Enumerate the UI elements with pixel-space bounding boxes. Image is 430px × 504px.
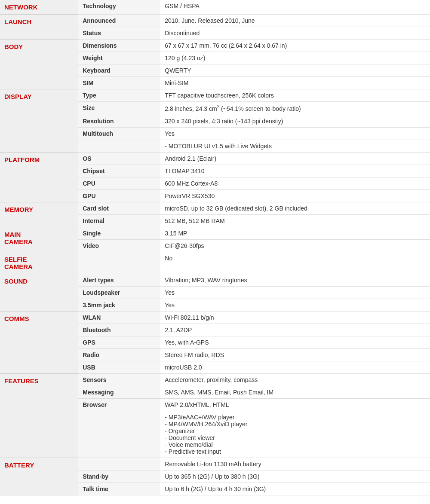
- specs-table: NETWORKTechnologyGSM / HSPALAUNCHAnnounc…: [0, 0, 430, 495]
- value-cell: Wi-Fi 802.11 b/g/n: [160, 311, 430, 324]
- value-cell: Yes, with A-GPS: [160, 336, 430, 348]
- value-cell: Accelerometer, proximity, compass: [160, 373, 430, 386]
- sub-label: USB: [78, 361, 160, 373]
- section-label-main-camera: MAIN CAMERA: [0, 227, 78, 252]
- table-row: NETWORKTechnologyGSM / HSPA: [0, 0, 430, 15]
- section-label-launch: LAUNCH: [0, 15, 78, 40]
- table-row: BATTERYRemovable Li-Ion 1130 mAh battery: [0, 458, 430, 470]
- value-cell: 512 MB, 512 MB RAM: [160, 214, 430, 227]
- sub-label: Single: [78, 227, 160, 239]
- table-row: SELFIE CAMERANo: [0, 252, 430, 274]
- value-cell: - MOTOBLUR UI v1.5 with Live Widgets: [160, 140, 430, 152]
- table-row: DISPLAYTypeTFT capacitive touchscreen, 2…: [0, 89, 430, 102]
- section-label-platform: PLATFORM: [0, 152, 78, 202]
- table-row: MAIN CAMERASingle3.15 MP: [0, 227, 430, 239]
- section-label-selfie-camera: SELFIE CAMERA: [0, 252, 78, 274]
- sub-label: [78, 458, 160, 470]
- sub-label: GPS: [78, 336, 160, 348]
- sub-label: SIM: [78, 77, 160, 89]
- section-label-display: DISPLAY: [0, 89, 78, 153]
- table-row: LAUNCHAnnounced2010, June. Released 2010…: [0, 15, 430, 27]
- value-cell: WAP 2.0/xHTML, HTML: [160, 398, 430, 411]
- sub-label: Talk time: [78, 483, 160, 495]
- sub-label: Loudspeaker: [78, 286, 160, 299]
- value-cell: 600 MHz Cortex-A8: [160, 177, 430, 189]
- value-cell: Yes: [160, 299, 430, 311]
- sub-label: [78, 140, 160, 152]
- section-label-features: FEATURES: [0, 373, 78, 458]
- table-row: BODYDimensions67 x 67 x 17 mm, 76 cc (2.…: [0, 40, 430, 52]
- sub-label: Multitouch: [78, 127, 160, 140]
- sub-label: Resolution: [78, 115, 160, 127]
- sub-label: Alert types: [78, 274, 160, 286]
- section-label-network: NETWORK: [0, 0, 78, 15]
- sub-label: Messaging: [78, 386, 160, 398]
- sub-label: Type: [78, 89, 160, 102]
- table-row: FEATURESSensorsAccelerometer, proximity,…: [0, 373, 430, 386]
- sub-label: [78, 411, 160, 458]
- value-cell: 120 g (4.23 oz): [160, 52, 430, 64]
- value-cell: No: [160, 252, 430, 274]
- value-cell: CIF@26-30fps: [160, 239, 430, 252]
- sub-label: CPU: [78, 177, 160, 189]
- table-row: COMMSWLANWi-Fi 802.11 b/g/n: [0, 311, 430, 324]
- value-cell: Up to 6 h (2G) / Up to 4 h 30 min (3G): [160, 483, 430, 495]
- value-cell: 67 x 67 x 17 mm, 76 cc (2.64 x 2.64 x 0.…: [160, 40, 430, 52]
- section-label-battery: BATTERY: [0, 458, 78, 495]
- sub-label: [78, 252, 160, 274]
- section-label-body: BODY: [0, 40, 78, 89]
- sub-label: Browser: [78, 398, 160, 411]
- sub-label: Dimensions: [78, 40, 160, 52]
- sub-label: Weight: [78, 52, 160, 64]
- value-cell: Mini-SIM: [160, 77, 430, 89]
- value-cell: Yes: [160, 286, 430, 299]
- sub-label: Card slot: [78, 202, 160, 214]
- value-cell: Removable Li-Ion 1130 mAh battery: [160, 458, 430, 470]
- value-cell: TFT capacitive touchscreen, 256K colors: [160, 89, 430, 102]
- value-cell: 2.1, A2DP: [160, 324, 430, 336]
- value-cell: PowerVR SGX530: [160, 189, 430, 202]
- section-label-comms: COMMS: [0, 311, 78, 373]
- value-cell: - MP3/eAAC+/WAV player - MP4/WMV/H.264/X…: [160, 411, 430, 458]
- value-cell: Yes: [160, 127, 430, 140]
- table-row: MEMORYCard slotmicroSD, up to 32 GB (ded…: [0, 202, 430, 214]
- sub-label: Status: [78, 27, 160, 40]
- value-cell: 2010, June. Released 2010, June: [160, 15, 430, 27]
- section-label-memory: MEMORY: [0, 202, 78, 227]
- sub-label: Announced: [78, 15, 160, 27]
- value-cell: microSD, up to 32 GB (dedicated slot), 2…: [160, 202, 430, 214]
- sub-label: Chipset: [78, 165, 160, 177]
- sub-label: WLAN: [78, 311, 160, 324]
- value-cell: Stereo FM radio, RDS: [160, 348, 430, 361]
- table-row: SOUNDAlert typesVibration; MP3, WAV ring…: [0, 274, 430, 286]
- sub-label: Keyboard: [78, 64, 160, 77]
- section-label-sound: SOUND: [0, 274, 78, 311]
- value-cell: 3.15 MP: [160, 227, 430, 239]
- sub-label: Radio: [78, 348, 160, 361]
- value-cell: SMS, AMS, MMS, Email, Push Email, IM: [160, 386, 430, 398]
- sub-label: Technology: [78, 0, 160, 15]
- value-cell: Vibration; MP3, WAV ringtones: [160, 274, 430, 286]
- value-cell: Discontinued: [160, 27, 430, 40]
- value-cell: TI OMAP 3410: [160, 165, 430, 177]
- value-cell: GSM / HSPA: [160, 0, 430, 15]
- value-cell: Up to 365 h (2G) / Up to 380 h (3G): [160, 470, 430, 483]
- sub-label: Stand-by: [78, 470, 160, 483]
- sub-label: Internal: [78, 214, 160, 227]
- sub-label: Size: [78, 102, 160, 115]
- table-row: PLATFORMOSAndroid 2.1 (Eclair): [0, 152, 430, 165]
- sub-label: Bluetooth: [78, 324, 160, 336]
- sub-label: Sensors: [78, 373, 160, 386]
- value-cell: 320 x 240 pixels, 4:3 ratio (~143 ppi de…: [160, 115, 430, 127]
- value-cell: Android 2.1 (Eclair): [160, 152, 430, 165]
- sub-label: Video: [78, 239, 160, 252]
- sub-label: GPU: [78, 189, 160, 202]
- sub-label: 3.5mm jack: [78, 299, 160, 311]
- value-cell: QWERTY: [160, 64, 430, 77]
- value-cell: microUSB 2.0: [160, 361, 430, 373]
- sub-label: OS: [78, 152, 160, 165]
- value-cell: 2.8 inches, 24.3 cm2 (~54.1% screen-to-b…: [160, 102, 430, 115]
